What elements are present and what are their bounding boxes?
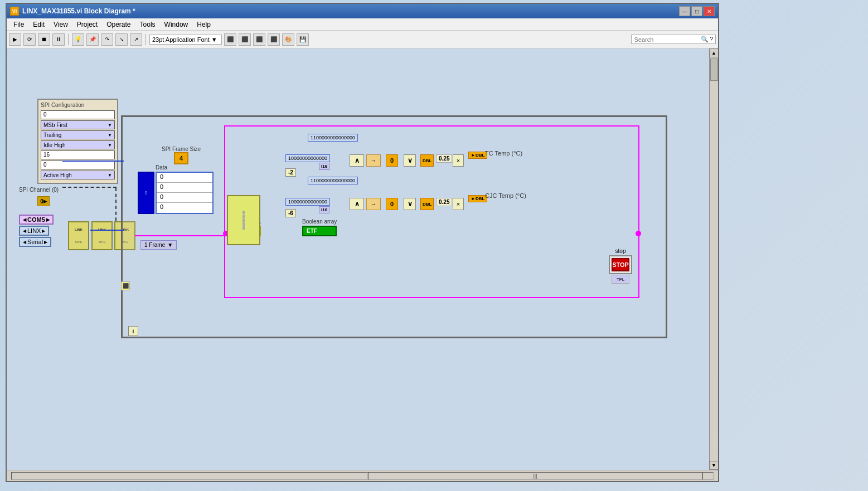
stop-icon[interactable]: STOP	[612, 258, 629, 271]
bin-val-top: 1100000000000000	[308, 134, 358, 142]
titlebar-left: VI LINX_MAX31855.vi Block Diagram *	[10, 7, 135, 16]
align-left-button[interactable]: ⬛	[224, 33, 236, 46]
spi-field-msb[interactable]: MSb First	[41, 120, 115, 129]
stop-tfl: TFL	[612, 275, 629, 284]
spi-field-trailing[interactable]: Trailing	[41, 130, 115, 139]
spi-field-16[interactable]: 16	[41, 150, 115, 159]
status-center: |||	[368, 472, 702, 480]
bool-array-value: ETF	[302, 226, 337, 236]
bool-array-label: Boolean array	[302, 218, 337, 225]
sep2	[146, 34, 146, 45]
spi-field-active[interactable]: Active High	[41, 171, 115, 179]
spi-frame-size-value[interactable]: 4	[174, 152, 188, 164]
zero-top: 0	[386, 154, 398, 167]
maximize-button[interactable]: □	[691, 6, 702, 16]
step-into-button[interactable]: ↘	[115, 33, 128, 46]
loop-corner-box: ⬛	[121, 281, 130, 290]
menubar: File Edit View Project Operate Tools Win…	[7, 18, 718, 31]
bin-val-mid-bot: 1100000000000000	[308, 177, 358, 184]
pause-button[interactable]: ⏸	[52, 33, 65, 46]
data-row-0[interactable]: 0	[157, 173, 212, 183]
data-outer: 0 0 0 0 0	[138, 172, 214, 214]
spi-block[interactable]	[227, 195, 260, 245]
sep1	[68, 34, 69, 45]
arrow-func-bot: →	[366, 198, 381, 210]
status-right	[702, 472, 714, 480]
retain-button[interactable]: 📌	[86, 33, 99, 46]
window-controls[interactable]: — □ ✕	[679, 6, 715, 16]
stop-button-outer[interactable]: STOP	[609, 255, 632, 274]
menu-help[interactable]: Help	[192, 20, 215, 30]
terminal-right	[636, 231, 641, 236]
mult-top: ×	[453, 154, 464, 167]
iter-box: i	[128, 326, 138, 336]
val-116-bot: I16	[319, 206, 329, 213]
bin-val-bot: 10000000000000	[285, 198, 330, 206]
diagram-area[interactable]: SPI Configuration 0 MSb First Trailing I…	[7, 48, 718, 470]
scroll-down-button[interactable]: ▼	[710, 461, 719, 470]
linx-block[interactable]: ◀ LINX ▶	[19, 226, 49, 236]
step-out-button[interactable]: ↗	[130, 33, 142, 46]
neg2-val: -2	[285, 168, 296, 177]
frame-dropdown-label: 1 Frame	[144, 242, 165, 248]
close-button[interactable]: ✕	[704, 6, 715, 16]
compare-bot: ∧	[350, 198, 364, 210]
app-icon: VI	[10, 7, 19, 16]
scroll-thumb[interactable]	[710, 59, 718, 81]
search-input[interactable]	[634, 36, 701, 43]
toolbar: ▶ ⟳ ⏹ ⏸ 💡 📌 ↷ ↘ ↗ 23pt Application Font …	[7, 31, 718, 48]
menu-file[interactable]: File	[9, 20, 28, 30]
dashed-wire-h	[62, 187, 117, 188]
linx-func-2: LINK SPI·E	[91, 221, 113, 250]
frame-dropdown[interactable]: 1 Frame ▼	[140, 240, 177, 250]
com5-block[interactable]: ◀ COM5 ▶	[19, 215, 54, 225]
spi-channel-label: SPI Channel (0)	[19, 187, 59, 193]
save-button[interactable]: 💾	[297, 33, 309, 46]
search-box[interactable]: 🔍 ?	[631, 35, 716, 44]
serial-block[interactable]: ◀ Serial ▶	[19, 237, 51, 247]
data-row-1[interactable]: 0	[157, 183, 212, 193]
val-116-top: I16	[319, 163, 329, 170]
window-title: LINX_MAX31855.vi Block Diagram *	[22, 7, 135, 15]
dbl-top: DBL	[420, 154, 434, 167]
abort-button[interactable]: ⏹	[38, 33, 50, 46]
data-row-2[interactable]: 0	[157, 193, 212, 203]
scrollbar-vertical[interactable]: ▲ ▼	[709, 48, 718, 470]
distribute-button[interactable]: ⬛	[253, 33, 265, 46]
highlight-button[interactable]: 💡	[72, 33, 84, 46]
spi-field-0[interactable]: 0	[41, 110, 115, 119]
tc-temp-label: TC Temp (°C)	[485, 150, 522, 157]
spi-field-1[interactable]: 0	[41, 161, 115, 169]
spi-field-idle[interactable]: Idle High	[41, 140, 115, 149]
menu-tools[interactable]: Tools	[135, 20, 160, 30]
data-block: Data 0 0 0 0 0	[138, 164, 214, 214]
data-rows-container: 0 0 0 0	[156, 172, 214, 214]
menu-view[interactable]: View	[49, 20, 72, 30]
stop-label: stop	[615, 248, 626, 254]
search-icon[interactable]: 🔍	[701, 36, 709, 43]
menu-edit[interactable]: Edit	[28, 20, 49, 30]
size-button[interactable]: ⬛	[268, 33, 280, 46]
step-over-button[interactable]: ↷	[101, 33, 113, 46]
menu-project[interactable]: Project	[72, 20, 102, 30]
compare-top: ∧	[350, 154, 364, 167]
bool-array-container: Boolean array ETF	[302, 218, 337, 236]
align-right-button[interactable]: ⬛	[239, 33, 251, 46]
minimize-button[interactable]: —	[679, 6, 690, 16]
menu-operate[interactable]: Operate	[102, 20, 135, 30]
help-icon[interactable]: ?	[710, 36, 713, 42]
status-left	[11, 472, 368, 480]
linx-func-1[interactable]: LINK SPI·E	[68, 221, 89, 250]
data-index: 0	[138, 172, 154, 214]
neg6-val: -6	[285, 209, 296, 217]
menu-window[interactable]: Window	[160, 20, 193, 30]
run-cont-button[interactable]: ⟳	[23, 33, 36, 46]
data-row-3[interactable]: 0	[157, 203, 212, 213]
scroll-up-button[interactable]: ▲	[710, 48, 719, 57]
run-button[interactable]: ▶	[9, 33, 21, 46]
color-button[interactable]: 🎨	[282, 33, 294, 46]
wire-h-1	[62, 161, 124, 162]
font-selector[interactable]: 23pt Application Font ▼	[149, 35, 222, 45]
spi-frame-size-block: SPI Frame Size 4	[162, 146, 201, 164]
spi-channel-value[interactable]: 0 ▶	[37, 196, 50, 206]
